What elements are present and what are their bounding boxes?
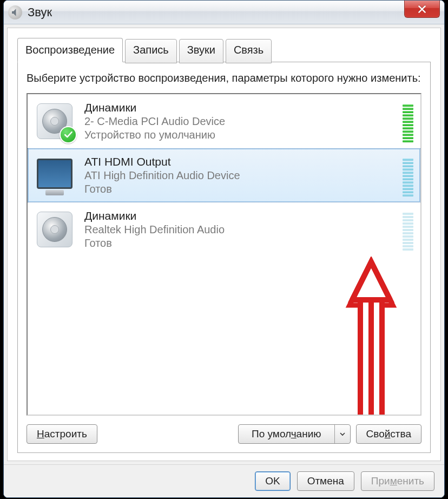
- device-list[interactable]: Динамики 2- C-Media PCI Audio Device Уст…: [27, 93, 421, 416]
- apply-button[interactable]: Применить: [361, 471, 434, 491]
- annotation-arrow-overlay: [331, 257, 412, 416]
- device-title: Динамики: [84, 209, 394, 222]
- set-default-button[interactable]: По умолчанию: [238, 424, 351, 444]
- level-meter: [403, 154, 413, 196]
- titlebar[interactable]: Звук: [4, 1, 444, 24]
- device-subtitle: ATI High Definition Audio Device: [84, 169, 394, 182]
- sound-dialog-window: Звук Воспроизведение Запись Звуки Связь …: [3, 0, 445, 498]
- device-text: Динамики 2- C-Media PCI Audio Device Уст…: [84, 101, 394, 141]
- device-row[interactable]: Динамики Realtek High Definition Audio Г…: [28, 202, 420, 257]
- properties-button[interactable]: Свойства: [356, 424, 421, 444]
- tab-recording[interactable]: Запись: [125, 39, 177, 63]
- speaker-icon: [8, 5, 22, 19]
- client-area: Воспроизведение Запись Звуки Связь Выбер…: [7, 28, 441, 461]
- device-subtitle: Realtek High Definition Audio: [84, 224, 394, 236]
- configure-button[interactable]: Настроить: [27, 424, 97, 444]
- chevron-down-icon[interactable]: [334, 425, 350, 443]
- device-status: Готов: [84, 183, 394, 195]
- monitor-icon: [34, 154, 76, 196]
- tab-communications[interactable]: Связь: [226, 39, 272, 63]
- ok-button[interactable]: OK: [255, 471, 290, 491]
- dialog-button-row: OK Отмена Применить: [4, 464, 444, 497]
- device-status: Устройство по умолчанию: [84, 129, 394, 141]
- device-title: ATI HDMI Output: [84, 155, 394, 168]
- close-button[interactable]: [404, 1, 440, 18]
- panel-button-row: Настроить По умолчанию Свойства: [27, 424, 421, 444]
- device-title: Динамики: [84, 101, 394, 114]
- level-meter: [403, 208, 413, 251]
- cancel-button[interactable]: Отмена: [297, 471, 354, 491]
- playback-tab-panel: Выберите устройство воспроизведения, пар…: [17, 62, 431, 453]
- device-row[interactable]: Динамики 2- C-Media PCI Audio Device Уст…: [28, 94, 420, 148]
- tab-playback[interactable]: Воспроизведение: [17, 38, 123, 62]
- device-text: Динамики Realtek High Definition Audio Г…: [84, 209, 394, 250]
- device-text: ATI HDMI Output ATI High Definition Audi…: [84, 155, 394, 195]
- annotation-arrow: [331, 257, 412, 416]
- level-meter: [403, 100, 413, 142]
- default-check-icon: [60, 126, 77, 143]
- device-subtitle: 2- C-Media PCI Audio Device: [84, 115, 394, 128]
- instruction-text: Выберите устройство воспроизведения, пар…: [27, 71, 421, 86]
- device-status: Готов: [84, 237, 394, 250]
- device-row[interactable]: ATI HDMI Output ATI High Definition Audi…: [28, 148, 420, 202]
- speaker-icon: [34, 208, 76, 251]
- tab-sounds[interactable]: Звуки: [179, 39, 223, 63]
- window-title: Звук: [28, 5, 52, 19]
- close-icon: [417, 4, 427, 14]
- speaker-icon: [34, 100, 76, 142]
- tab-strip: Воспроизведение Запись Звуки Связь: [17, 38, 431, 62]
